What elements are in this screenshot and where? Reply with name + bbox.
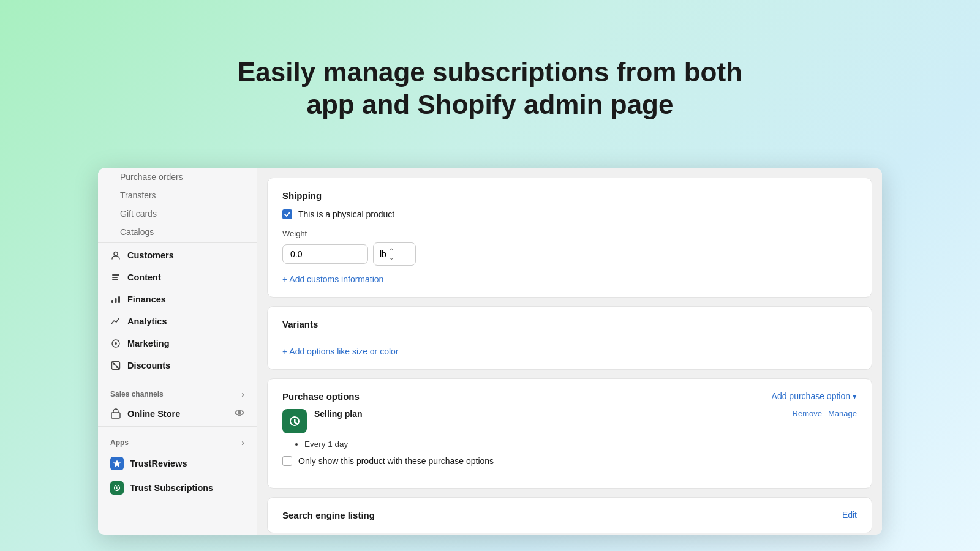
physical-product-row: This is a physical product — [282, 209, 857, 219]
add-customs-label: + Add customs information — [282, 274, 383, 284]
sidebar-item-gift-cards[interactable]: Gift cards — [98, 204, 257, 223]
frequency-item: Every 1 day — [304, 440, 857, 449]
browser-window: Purchase orders Transfers Gift cards Cat… — [98, 168, 882, 535]
only-show-label: Only show this product with these purcha… — [298, 456, 494, 466]
sidebar-item-discounts[interactable]: Discounts — [98, 354, 257, 377]
svg-rect-6 — [118, 296, 120, 303]
trust-reviews-label: TrustReviews — [130, 459, 187, 468]
sidebar-item-catalogs[interactable]: Catalogs — [98, 223, 257, 241]
add-options-link[interactable]: + Add options like size or color — [282, 347, 399, 356]
svg-rect-12 — [111, 413, 120, 418]
sidebar-item-trust-subscriptions[interactable]: Trust Subscriptions — [98, 476, 257, 500]
svg-rect-4 — [111, 300, 113, 303]
svg-rect-1 — [112, 274, 119, 276]
only-show-row: Only show this product with these purcha… — [282, 456, 857, 466]
trust-subscriptions-icon — [110, 481, 124, 495]
shipping-title: Shipping — [282, 190, 857, 201]
content-label: Content — [127, 272, 161, 282]
physical-product-label: This is a physical product — [298, 209, 394, 219]
unit-label: lb — [380, 249, 386, 259]
search-engine-title: Search engine listing — [282, 510, 375, 520]
discounts-icon — [110, 360, 121, 371]
svg-rect-2 — [112, 277, 118, 278]
selling-plan-row: Selling plan Remove Manage — [282, 409, 857, 433]
only-show-checkbox[interactable] — [282, 456, 292, 466]
add-purchase-option-label: Add purchase option — [772, 391, 850, 401]
finances-icon — [110, 294, 121, 305]
sales-channels-header: Sales channels › — [98, 380, 257, 403]
svg-point-0 — [114, 252, 118, 255]
variants-card: Variants + Add options like size or colo… — [267, 306, 872, 370]
purchase-options-card: Purchase options Add purchase option ▾ S… — [267, 378, 872, 489]
customers-label: Customers — [127, 250, 174, 260]
weight-label: Weight — [282, 229, 857, 238]
marketing-icon — [110, 338, 121, 349]
purchase-options-header: Purchase options Add purchase option ▾ — [282, 391, 857, 402]
search-engine-card: Search engine listing Edit — [267, 497, 872, 533]
trust-reviews-icon — [110, 457, 124, 470]
svg-rect-5 — [115, 298, 117, 303]
variants-title: Variants — [282, 319, 857, 329]
search-engine-header: Search engine listing Edit — [282, 510, 857, 520]
chevron-right-icon: › — [241, 389, 244, 399]
unit-chevron-icon: ⌃⌄ — [389, 247, 394, 261]
weight-inputs: lb ⌃⌄ — [282, 242, 857, 266]
sidebar-item-finances[interactable]: Finances — [98, 288, 257, 310]
apps-header: Apps › — [98, 428, 257, 451]
sidebar-item-purchase-orders[interactable]: Purchase orders — [98, 168, 257, 186]
shipping-card: Shipping This is a physical product Weig… — [267, 178, 872, 298]
selling-plan-icon — [282, 409, 307, 433]
person-icon — [110, 250, 121, 261]
weight-section: Weight lb ⌃⌄ — [282, 229, 857, 266]
discounts-label: Discounts — [127, 361, 170, 370]
analytics-label: Analytics — [127, 317, 167, 326]
content-icon — [110, 272, 121, 283]
purchase-options-title: Purchase options — [282, 391, 360, 402]
selling-plan-actions: Remove Manage — [793, 409, 857, 418]
svg-rect-3 — [112, 279, 118, 280]
weight-unit-select[interactable]: lb ⌃⌄ — [373, 242, 416, 266]
sidebar: Purchase orders Transfers Gift cards Cat… — [98, 168, 257, 535]
sidebar-item-content[interactable]: Content — [98, 266, 257, 288]
selling-plan-title: Selling plan — [314, 409, 363, 419]
sidebar-item-online-store[interactable]: Online Store 👁 — [98, 403, 257, 425]
hero-section: Easily manage subscriptions from both ap… — [0, 0, 980, 168]
chevron-down-icon: ▾ — [853, 392, 857, 401]
add-customs-link[interactable]: + Add customs information — [282, 274, 383, 284]
sidebar-item-trust-reviews[interactable]: TrustReviews — [98, 451, 257, 476]
svg-marker-13 — [113, 460, 121, 467]
finances-label: Finances — [127, 294, 166, 304]
svg-point-8 — [115, 342, 117, 345]
analytics-icon — [110, 316, 121, 327]
eye-icon[interactable]: 👁 — [235, 408, 244, 419]
manage-plan-link[interactable]: Manage — [828, 409, 857, 418]
sidebar-item-marketing[interactable]: Marketing — [98, 332, 257, 354]
sidebar-divider-3 — [98, 426, 257, 427]
online-store-label: Online Store — [127, 409, 180, 419]
sidebar-item-transfers[interactable]: Transfers — [98, 186, 257, 204]
trust-subscriptions-label: Trust Subscriptions — [130, 483, 213, 493]
main-content: Shipping This is a physical product Weig… — [257, 168, 882, 535]
add-options-label: + Add options like size or color — [282, 347, 399, 356]
chevron-right-icon-apps: › — [241, 438, 244, 448]
sidebar-item-analytics[interactable]: Analytics — [98, 310, 257, 332]
hero-title: Easily manage subscriptions from both ap… — [214, 27, 766, 146]
weight-input[interactable] — [282, 244, 368, 264]
store-icon — [110, 408, 121, 419]
add-purchase-option-btn[interactable]: Add purchase option ▾ — [772, 391, 857, 401]
search-engine-edit-link[interactable]: Edit — [842, 510, 857, 520]
selling-plan-info: Selling plan — [314, 409, 363, 419]
sidebar-divider-2 — [98, 378, 257, 378]
remove-plan-link[interactable]: Remove — [793, 409, 822, 418]
sidebar-divider-1 — [98, 242, 257, 243]
sidebar-item-customers[interactable]: Customers — [98, 244, 257, 266]
marketing-label: Marketing — [127, 339, 170, 348]
physical-product-checkbox[interactable] — [282, 209, 292, 219]
